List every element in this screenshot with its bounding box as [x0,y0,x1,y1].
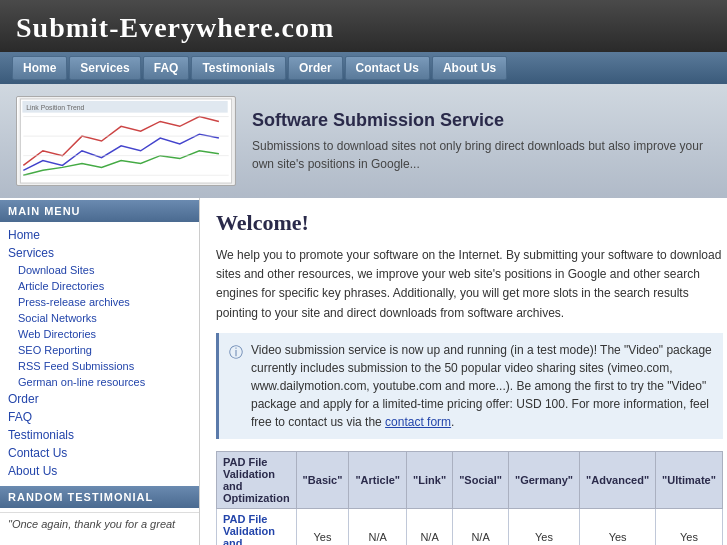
site-header: Submit-Everywhere.com [0,0,727,52]
row-pad-feature[interactable]: PAD File Validation and Optimization [217,508,297,545]
col-header-germany: "Germany" [508,451,579,508]
row-pad-advanced: Yes [580,508,656,545]
nav-faq[interactable]: FAQ [143,56,190,80]
sidebar-item-testimonials[interactable]: Testimonials [0,426,199,444]
hero-image: Link Position Trend [16,96,236,186]
testimonial-text: "Once again, thank you for a great [0,512,199,536]
main-nav: Home Services FAQ Testimonials Order Con… [0,52,727,84]
nav-testimonials[interactable]: Testimonials [191,56,285,80]
random-testimonial-header: RANDOM TESTIMONIAL [0,486,199,508]
hero-banner: Link Position Trend Software Submission … [0,84,727,198]
sidebar-item-services[interactable]: Services [0,244,199,262]
row-pad-germany: Yes [508,508,579,545]
sidebar-item-web-directories[interactable]: Web Directories [0,326,199,342]
sidebar-item-faq[interactable]: FAQ [0,408,199,426]
sidebar-item-press-release[interactable]: Press-release archives [0,294,199,310]
col-header-advanced: "Advanced" [580,451,656,508]
sidebar-item-german-resources[interactable]: German on-line resources [0,374,199,390]
hero-title: Software Submission Service [252,110,711,131]
nav-order[interactable]: Order [288,56,343,80]
info-icon: ⓘ [229,342,243,431]
hero-text-block: Software Submission Service Submissions … [252,110,711,173]
nav-services[interactable]: Services [69,56,140,80]
sidebar-item-rss-feeds[interactable]: RSS Feed Submissions [0,358,199,374]
hero-description: Submissions to download sites not only b… [252,137,711,173]
info-box: ⓘ Video submission service is now up and… [216,333,723,439]
nav-contact[interactable]: Contact Us [345,56,430,80]
contact-form-link[interactable]: contact form [385,415,451,429]
sidebar-item-about[interactable]: About Us [0,462,199,480]
col-header-ultimate: "Ultimate" [656,451,723,508]
sidebar-item-seo-reporting[interactable]: SEO Reporting [0,342,199,358]
comparison-table: PAD File Validation and Optimization "Ba… [216,451,723,545]
col-header-basic: "Basic" [296,451,349,508]
sidebar-item-contact[interactable]: Contact Us [0,444,199,462]
row-pad-social: N/A [453,508,509,545]
row-pad-basic: Yes [296,508,349,545]
row-pad-link: N/A [407,508,453,545]
table-row: PAD File Validation and Optimization Yes… [217,508,723,545]
sidebar-item-home[interactable]: Home [0,226,199,244]
main-content: Welcome! We help you to promote your sof… [200,198,727,545]
sidebar-item-order[interactable]: Order [0,390,199,408]
intro-paragraph: We help you to promote your software on … [216,246,723,323]
sidebar-item-social-networks[interactable]: Social Networks [0,310,199,326]
nav-home[interactable]: Home [12,56,67,80]
col-header-link: "Link" [407,451,453,508]
sidebar: MAIN MENU Home Services Download Sites A… [0,198,200,545]
sidebar-item-download-sites[interactable]: Download Sites [0,262,199,278]
site-title: Submit-Everywhere.com [16,12,711,44]
row-pad-ultimate: Yes [656,508,723,545]
sidebar-menu: Home Services Download Sites Article Dir… [0,222,199,484]
content-heading: Welcome! [216,210,723,236]
main-menu-header: MAIN MENU [0,200,199,222]
nav-about[interactable]: About Us [432,56,507,80]
info-box-text: Video submission service is now up and r… [251,341,713,431]
col-header-social: "Social" [453,451,509,508]
col-header-feature: PAD File Validation and Optimization [217,451,297,508]
sidebar-item-article-dirs[interactable]: Article Directories [0,278,199,294]
col-header-article: "Article" [349,451,407,508]
row-pad-article: N/A [349,508,407,545]
svg-text:Link Position Trend: Link Position Trend [26,104,84,111]
testimonial-section: "Once again, thank you for a great [0,508,199,536]
main-layout: MAIN MENU Home Services Download Sites A… [0,198,727,545]
